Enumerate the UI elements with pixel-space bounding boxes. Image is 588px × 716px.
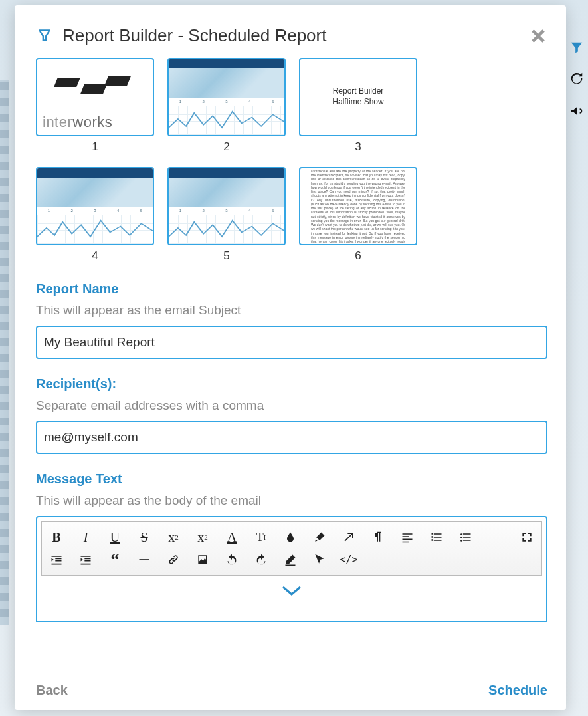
thumbnail-number: 3 [355,140,361,154]
quote-icon[interactable]: “ [106,551,124,568]
fullscreen-icon[interactable] [518,529,536,546]
page-thumbnails: interworks1123452Report BuilderHalftime … [36,58,547,263]
report-name-hint: This will appear as the email Subject [36,303,547,318]
page-thumbnail-4[interactable]: 123454 [36,167,154,263]
brush-icon[interactable] [310,529,329,546]
page-thumbnail-6[interactable]: The materials contained in this e-mail a… [299,167,417,263]
strikethrough-button[interactable]: S [135,529,153,546]
thumbnail-frame: 12345 [36,167,154,245]
recipients-section: Recipient(s): Separate email addresses w… [36,376,547,454]
eraser-icon[interactable] [281,551,300,568]
link-icon[interactable] [164,551,183,568]
undo-icon[interactable] [223,551,241,568]
schedule-button[interactable]: Schedule [488,683,547,698]
rich-text-editor[interactable]: B I U S x2 x2 A TI “ [36,516,547,622]
outdent-icon[interactable] [47,551,66,568]
side-icon-rail [569,40,585,121]
page-thumbnail-3[interactable]: Report BuilderHalftime Show3 [299,58,417,154]
thumbnail-frame: Report BuilderHalftime Show [299,58,417,136]
italic-button[interactable]: I [76,529,95,546]
editor-toolbar: B I U S x2 x2 A TI “ [41,521,542,576]
filter-icon[interactable] [569,40,585,57]
report-builder-dialog: Report Builder - Scheduled Report interw… [15,5,566,710]
page-thumbnail-1[interactable]: interworks1 [36,58,154,154]
thumbnail-number: 5 [223,249,229,263]
recipients-hint: Separate email addresses with a comma [36,398,547,413]
bold-button[interactable]: B [47,529,66,546]
select-icon[interactable] [310,551,329,568]
close-icon[interactable] [529,27,547,45]
code-view-button[interactable]: </> [340,551,358,568]
message-section: Message Text This will appear as the bod… [36,471,547,622]
ordered-list-icon[interactable] [427,529,446,546]
message-label: Message Text [36,471,547,487]
font-size-button[interactable]: TI [252,529,270,546]
image-icon[interactable] [193,551,212,568]
subscript-button[interactable]: x2 [164,529,183,546]
paragraph-icon[interactable] [369,529,387,546]
svg-rect-0 [140,559,149,560]
indent-icon[interactable] [76,551,95,568]
announce-icon[interactable] [569,104,585,121]
thumbnail-number: 1 [92,140,98,154]
thumbnail-frame: The materials contained in this e-mail a… [299,167,417,245]
redo-icon[interactable] [252,551,270,568]
background-strip [0,80,9,625]
back-button[interactable]: Back [36,683,68,698]
expand-editor-button[interactable] [37,580,546,601]
report-name-input[interactable] [36,326,547,359]
message-hint: This will appear as the body of the emai… [36,493,547,508]
dialog-title: Report Builder - Scheduled Report [62,25,520,46]
superscript-button[interactable]: x2 [193,529,212,546]
dialog-header: Report Builder - Scheduled Report [36,25,547,46]
font-color-button[interactable]: A [223,529,241,546]
thumbnail-frame: 12345 [167,58,286,136]
report-name-section: Report Name This will appear as the emai… [36,281,547,359]
thumbnail-number: 2 [223,140,229,154]
thumbnail-number: 6 [355,249,361,263]
dialog-footer: Back Schedule [36,676,547,698]
report-name-label: Report Name [36,281,547,297]
clear-format-icon[interactable] [340,529,358,546]
hr-icon[interactable] [135,551,153,568]
thumbnail-frame: interworks [36,58,154,136]
unordered-list-icon[interactable] [456,529,475,546]
recipients-input[interactable] [36,421,547,454]
page-thumbnail-5[interactable]: 123455 [167,167,286,263]
recipients-label: Recipient(s): [36,376,547,392]
page-thumbnail-2[interactable]: 123452 [167,58,286,154]
thumbnail-frame: 12345 [167,167,286,245]
underline-button[interactable]: U [106,529,124,546]
drop-icon[interactable] [281,529,300,546]
thumbnail-number: 4 [92,249,98,263]
align-icon[interactable] [398,529,417,546]
refresh-icon[interactable] [569,72,585,89]
projector-icon [36,27,53,45]
